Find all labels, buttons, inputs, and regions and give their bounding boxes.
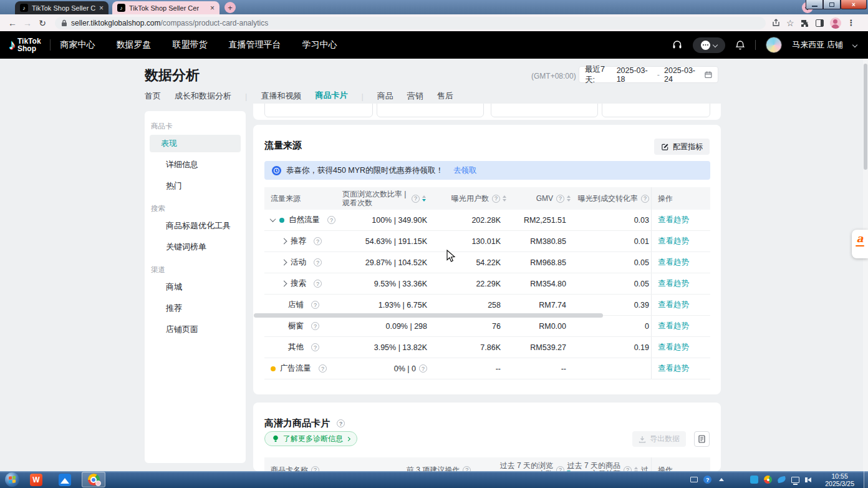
taskbar-chrome-icon[interactable] xyxy=(82,472,105,487)
tray-messenger-icon[interactable] xyxy=(778,476,786,483)
configure-metrics-button[interactable]: 配置指标 xyxy=(654,139,710,155)
collapse-icon[interactable] xyxy=(270,216,276,222)
view-trend-link[interactable]: 查看趋势 xyxy=(658,257,689,268)
help-icon[interactable] xyxy=(556,466,564,472)
tab-growth-analytics[interactable]: 成长和数据分析 xyxy=(175,90,231,106)
headset-icon[interactable] xyxy=(672,39,683,51)
sidebar-item-title-optimizer[interactable]: 商品标题优化工具 xyxy=(150,217,241,235)
view-trend-link[interactable]: 查看趋势 xyxy=(658,321,689,331)
tray-help-icon[interactable] xyxy=(703,476,711,483)
help-icon[interactable] xyxy=(556,195,564,203)
browser-tab-inactive[interactable]: TikTok Shop Seller Center | Cr xyxy=(15,1,109,14)
metric-card-1[interactable] xyxy=(264,104,373,117)
minimize-button[interactable] xyxy=(806,0,823,9)
tray-show-hidden-icon[interactable] xyxy=(717,476,725,483)
col-7day-gmv[interactable]: 过去 7 天的商品交易总额 xyxy=(567,457,638,471)
address-bar[interactable]: seller.tiktokglobalshop.com/compass/prod… xyxy=(55,17,766,29)
show-desktop-button[interactable] xyxy=(864,471,868,488)
alibaba-float-widget[interactable] xyxy=(852,230,868,258)
maximize-button[interactable] xyxy=(823,0,841,9)
sidebar-item-recommend[interactable]: 推荐 xyxy=(150,300,241,317)
help-icon[interactable] xyxy=(337,419,345,427)
menu-seller-center[interactable]: 商家中心 xyxy=(60,39,95,51)
menu-affiliate[interactable]: 联盟带货 xyxy=(173,39,208,51)
export-data-button[interactable]: 导出数据 xyxy=(632,431,686,447)
sort-icon[interactable] xyxy=(567,195,571,202)
close-button[interactable] xyxy=(841,0,867,9)
col-7day-viewers[interactable]: 过去 7 天的浏览人数 xyxy=(499,457,571,471)
metric-card-4[interactable] xyxy=(602,104,710,117)
col-product-card-name[interactable]: 商品卡名称 xyxy=(271,457,319,471)
view-trend-link[interactable]: 查看趋势 xyxy=(658,363,689,374)
menu-kebab-icon[interactable] xyxy=(847,18,856,27)
help-icon[interactable] xyxy=(419,364,427,373)
col-top3-suggestions[interactable]: 前 3 项建议操作 xyxy=(407,457,471,471)
tray-chrome-icon[interactable] xyxy=(764,476,772,483)
menu-learning-center[interactable]: 学习中心 xyxy=(302,39,337,51)
help-icon[interactable] xyxy=(641,195,649,203)
menu-live-platform[interactable]: 直播管理平台 xyxy=(229,39,281,51)
sidebar-item-mall[interactable]: 商城 xyxy=(150,278,241,296)
view-trend-link[interactable]: 查看趋势 xyxy=(658,300,689,310)
help-icon[interactable] xyxy=(412,195,420,203)
sidebar-item-details[interactable]: 详细信息 xyxy=(150,156,241,173)
help-icon[interactable] xyxy=(492,195,500,203)
side-panel-icon[interactable] xyxy=(816,19,824,27)
tiktok-shop-logo[interactable]: TikTokShop xyxy=(9,37,41,53)
new-tab-button[interactable] xyxy=(224,2,236,13)
view-trend-link[interactable]: 查看趋势 xyxy=(658,236,689,246)
report-list-button[interactable] xyxy=(694,431,710,447)
taskbar-app-icon[interactable] xyxy=(53,472,77,487)
tray-app-blue-icon[interactable] xyxy=(750,476,758,483)
menu-data-compass[interactable]: 数据罗盘 xyxy=(117,39,152,51)
view-trend-link[interactable]: 查看趋势 xyxy=(658,342,689,353)
sidebar-item-keyword-ranking[interactable]: 关键词榜单 xyxy=(150,238,241,256)
start-button[interactable] xyxy=(5,472,19,487)
sort-icon[interactable] xyxy=(503,195,506,202)
page-content: 数据分析 (GMT+08:00) 最近7天: 2025-03-18 - 2025… xyxy=(0,59,868,471)
extensions-puzzle-icon[interactable] xyxy=(801,19,809,27)
taskbar-clock[interactable]: 10:55 2025/3/25 xyxy=(825,472,854,487)
view-trend-link[interactable]: 查看趋势 xyxy=(658,278,689,289)
col-exposed-users[interactable]: 曝光用户数 xyxy=(451,187,506,210)
col-pageview-ratio[interactable]: 页面浏览次数比率 | 观看次数 xyxy=(342,187,445,210)
back-button[interactable] xyxy=(5,18,20,28)
diagnosis-info-button[interactable]: 了解更多诊断信息 xyxy=(264,431,357,446)
view-trend-link[interactable]: 查看趋势 xyxy=(658,215,689,225)
help-icon[interactable] xyxy=(463,466,471,472)
col-conversion-rate[interactable]: 曝光到成交转化率 xyxy=(578,187,649,210)
forward-button[interactable] xyxy=(20,18,35,28)
tray-window-icon[interactable] xyxy=(690,476,698,483)
reload-button[interactable] xyxy=(35,18,50,28)
sort-icon[interactable] xyxy=(634,467,638,471)
page-scrollbar[interactable] xyxy=(863,59,868,471)
sidebar-item-shop-page[interactable]: 店铺页面 xyxy=(150,321,241,338)
sort-icon[interactable] xyxy=(422,195,426,202)
claim-coupon-link[interactable]: 去领取 xyxy=(453,165,477,176)
tray-volume-icon[interactable] xyxy=(805,476,813,483)
col-gmv[interactable]: GMV xyxy=(536,187,571,210)
store-avatar[interactable] xyxy=(766,37,782,53)
metric-card-2[interactable] xyxy=(377,104,484,117)
store-name[interactable]: 马来西亚 店铺 xyxy=(792,39,843,51)
metric-card-3[interactable] xyxy=(491,104,598,117)
tab-home[interactable]: 首页 xyxy=(145,90,161,106)
tray-network-icon[interactable] xyxy=(791,476,799,483)
share-icon[interactable] xyxy=(772,19,780,27)
date-range-picker[interactable]: 最近7天: 2025-03-18 - 2025-03-24 xyxy=(579,66,718,83)
chevron-down-icon[interactable] xyxy=(852,42,857,47)
scrollbar-thumb[interactable] xyxy=(864,64,867,170)
browser-tab-active[interactable]: TikTok Shop Seller Center | Cr xyxy=(112,1,219,14)
tab-close-icon[interactable] xyxy=(95,4,104,12)
profile-avatar[interactable] xyxy=(830,17,841,29)
messages-button[interactable] xyxy=(693,37,725,53)
help-icon[interactable] xyxy=(624,466,632,472)
taskbar-wps-icon[interactable] xyxy=(24,472,48,487)
sidebar-item-performance[interactable]: 表现 xyxy=(150,135,241,152)
bookmark-star-icon[interactable] xyxy=(786,18,794,28)
sidebar-item-trending[interactable]: 热门 xyxy=(150,177,241,195)
tab-close-icon[interactable] xyxy=(206,4,215,12)
notifications-bell-icon[interactable] xyxy=(735,40,745,51)
help-icon[interactable] xyxy=(311,466,319,472)
horizontal-scrollbar[interactable] xyxy=(254,313,603,318)
